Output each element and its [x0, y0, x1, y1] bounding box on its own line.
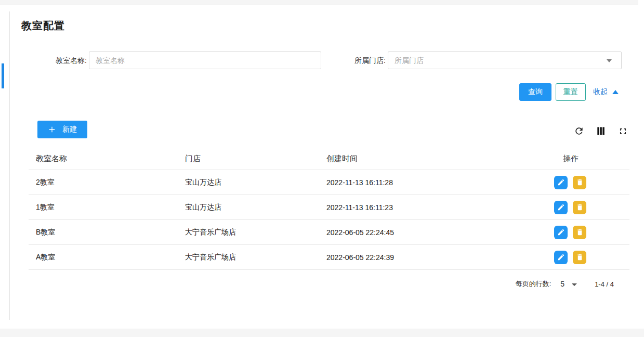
cell-store: 大宁音乐广场店 [185, 253, 326, 262]
classroom-name-input[interactable] [89, 51, 321, 69]
column-header-store: 门店 [185, 154, 326, 164]
chevron-up-icon [612, 90, 619, 94]
edit-button[interactable] [554, 226, 568, 239]
cell-classroom-name: B教室 [36, 228, 185, 237]
rows-per-page-label: 每页的行数: [516, 279, 551, 289]
cell-store: 宝山万达店 [185, 203, 326, 212]
content-panel: 教室配置 教室名称: 所属门店: 所属门店 查询 重置 收起 新建 [9, 11, 635, 320]
columns-icon[interactable] [595, 125, 607, 137]
trash-icon [576, 253, 584, 261]
table-toolbar [573, 125, 628, 137]
pagination: 每页的行数: 5 1-4 / 4 [10, 276, 614, 292]
top-strip [0, 0, 638, 5]
fullscreen-icon[interactable] [617, 125, 628, 137]
cell-created-at: 2022-06-05 22:24:39 [326, 253, 548, 262]
chevron-down-icon [607, 59, 612, 62]
collapse-toggle[interactable]: 收起 [593, 83, 619, 101]
cell-store: 宝山万达店 [185, 178, 326, 187]
edit-button[interactable] [554, 176, 568, 189]
rows-per-page-value[interactable]: 5 [560, 280, 564, 288]
create-button-label: 新建 [62, 125, 77, 134]
cell-created-at: 2022-06-05 22:24:45 [326, 228, 548, 237]
reset-button[interactable]: 重置 [556, 83, 586, 101]
page-title: 教室配置 [21, 19, 65, 33]
bottom-strip [0, 329, 644, 337]
store-select[interactable]: 所属门店 [388, 51, 622, 69]
table-row: A教室 大宁音乐广场店 2022-06-05 22:24:39 [29, 245, 629, 270]
delete-button[interactable] [573, 251, 586, 264]
plus-icon [48, 125, 56, 134]
table-row: 2教室 宝山万达店 2022-11-13 16:11:28 [29, 170, 629, 195]
cell-classroom-name: 1教室 [36, 203, 185, 212]
trash-icon [576, 203, 584, 211]
search-button[interactable]: 查询 [519, 83, 551, 101]
rows-per-page-chevron-icon[interactable] [572, 283, 577, 286]
cell-store: 大宁音乐广场店 [185, 228, 326, 237]
column-header-created: 创建时间 [326, 154, 548, 164]
pagination-range: 1-4 / 4 [595, 280, 614, 288]
edit-button[interactable] [554, 251, 568, 264]
store-label: 所属门店: [330, 51, 386, 69]
pencil-icon [557, 203, 565, 211]
cell-classroom-name: 2教室 [36, 178, 185, 187]
table-header-row: 教室名称 门店 创建时间 操作 [29, 148, 629, 170]
left-scroll-indicator[interactable] [2, 63, 4, 88]
pencil-icon [557, 253, 565, 261]
trash-icon [576, 228, 584, 236]
store-select-placeholder: 所属门店 [395, 56, 424, 64]
cell-created-at: 2022-11-13 16:11:23 [326, 203, 548, 212]
pencil-icon [557, 178, 565, 186]
column-header-name: 教室名称 [36, 154, 185, 164]
collapse-label: 收起 [593, 87, 608, 97]
trash-icon [576, 178, 584, 186]
column-header-actions: 操作 [548, 154, 629, 164]
classroom-name-label: 教室名称: [31, 51, 87, 69]
create-button[interactable]: 新建 [37, 121, 87, 138]
delete-button[interactable] [573, 176, 586, 189]
pencil-icon [557, 228, 565, 236]
refresh-icon[interactable] [573, 125, 585, 137]
cell-created-at: 2022-11-13 16:11:28 [326, 178, 548, 187]
table-row: B教室 大宁音乐广场店 2022-06-05 22:24:45 [29, 220, 629, 245]
cell-classroom-name: A教室 [36, 253, 185, 262]
table-row: 1教室 宝山万达店 2022-11-13 16:11:23 [29, 195, 629, 220]
edit-button[interactable] [554, 201, 568, 214]
delete-button[interactable] [573, 201, 586, 214]
classrooms-table: 教室名称 门店 创建时间 操作 2教室 宝山万达店 2022-11-13 16:… [29, 148, 629, 270]
delete-button[interactable] [573, 226, 586, 239]
